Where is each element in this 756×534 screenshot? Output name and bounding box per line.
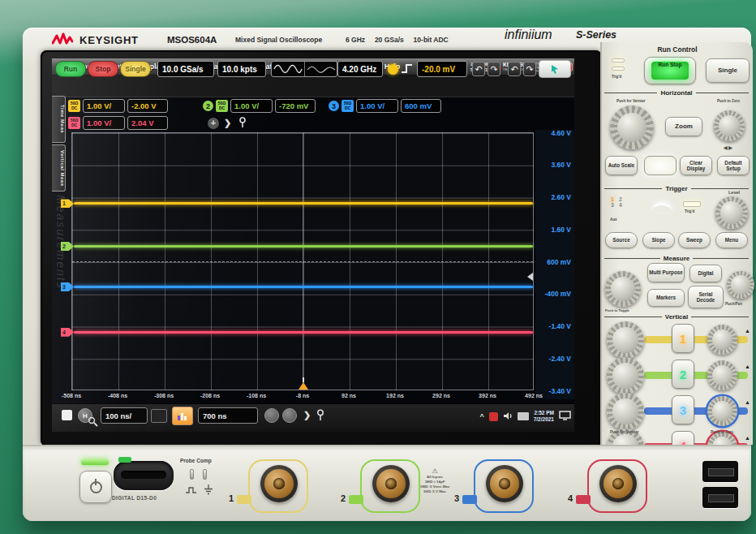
channel-4-offset-field[interactable]: 2.04 V: [127, 116, 168, 130]
system-tray: ^ 2:52 PM 7/2/2021: [479, 409, 571, 424]
source-button[interactable]: Source: [605, 232, 638, 248]
ground-marker-channel-4[interactable]: 4: [61, 328, 74, 337]
channel-3-icon[interactable]: 3: [329, 101, 339, 111]
bandwidth-field[interactable]: 4.20 GHz: [337, 61, 383, 77]
auto-scale-button[interactable]: Auto Scale: [605, 156, 638, 175]
touch-button-panel[interactable]: [644, 156, 677, 175]
run-button[interactable]: Run: [55, 61, 86, 77]
bnc-input-channel-3[interactable]: 3: [474, 459, 534, 513]
tray-app-icon[interactable]: [489, 412, 498, 421]
channel-4-coupling-badge[interactable]: 50ΩDC: [68, 117, 80, 129]
markers-button[interactable]: Markers: [647, 289, 685, 307]
channel-2-icon[interactable]: 2: [203, 101, 213, 111]
voltage-axis: 4.60 V3.60 V2.60 V1.60 V600 mV-400 mV-1.…: [535, 130, 574, 399]
taskbar-clock[interactable]: 2:52 PM 7/2/2021: [534, 410, 554, 423]
run-stop-button[interactable]: Run Stop: [644, 57, 696, 84]
tab-time-meas[interactable]: Time Meas: [52, 96, 66, 143]
channel-1-coupling-badge[interactable]: 50ΩDC: [68, 100, 80, 112]
show-desktop-icon[interactable]: [559, 409, 571, 424]
ground-marker-channel-3[interactable]: 3: [61, 282, 74, 291]
probe-comp-output-pin[interactable]: [190, 469, 194, 480]
channel-4-scale-field[interactable]: 1.00 V/: [83, 116, 125, 130]
trace-channel-3: [74, 286, 533, 288]
power-button[interactable]: [79, 471, 112, 503]
trigger-time-marker[interactable]: [299, 382, 308, 390]
sample-rate-field[interactable]: 10.0 GSa/s: [157, 61, 214, 77]
channel-2-scale-field[interactable]: 1.00 V/: [230, 99, 273, 113]
timebase-window-button[interactable]: [172, 407, 193, 425]
pin-icon[interactable]: [238, 117, 247, 131]
expand-icon[interactable]: ❯: [224, 118, 231, 128]
zoom-button[interactable]: Zoom: [665, 117, 702, 136]
timebase-scale-field[interactable]: 100 ns/: [101, 407, 148, 424]
bnc-input-channel-2[interactable]: 2: [360, 459, 420, 513]
marker-a-icon[interactable]: [264, 408, 279, 423]
tray-chevron-icon[interactable]: ^: [479, 412, 483, 420]
redo-icon[interactable]: ↷: [488, 62, 500, 76]
single-button[interactable]: Single: [120, 61, 151, 77]
ground-marker-channel-1[interactable]: 1: [61, 199, 74, 208]
horizontal-delay-knob[interactable]: [714, 110, 745, 141]
measure-left-knob[interactable]: [605, 271, 641, 307]
pin-icon[interactable]: [316, 409, 324, 424]
horizontal-scale-knob[interactable]: [610, 106, 654, 149]
waveform-preview[interactable]: [271, 61, 337, 77]
marker-b-icon[interactable]: [282, 408, 297, 423]
channel-3-enable-button[interactable]: 3: [672, 395, 694, 424]
serial-decode-button[interactable]: Serial Decode: [688, 286, 724, 308]
default-setup-button[interactable]: Default Setup: [717, 156, 750, 175]
history-back-icon[interactable]: ↶: [508, 62, 521, 76]
trigger-source-icon[interactable]: [388, 64, 398, 75]
clear-display-button[interactable]: Clear Display: [680, 156, 712, 175]
channel-1-enable-button[interactable]: 1: [672, 324, 694, 353]
tray-display-icon[interactable]: [518, 412, 529, 420]
memory-depth-field[interactable]: 10.0 kpts: [217, 61, 266, 77]
window-icon[interactable]: [62, 410, 72, 420]
channel-1-offset-field[interactable]: -2.00 V: [127, 99, 168, 113]
channel-2-offset-field[interactable]: -720 mV: [275, 99, 316, 113]
add-waveform-icon[interactable]: +: [208, 118, 219, 129]
history-forward-icon[interactable]: ↷: [523, 62, 536, 76]
channel-2-enable-button[interactable]: 2: [672, 360, 694, 389]
channel-3-offset-knob[interactable]: [707, 396, 737, 426]
waveform-graticule[interactable]: 1234: [71, 132, 534, 390]
channel-3-scale-field[interactable]: 1.00 V/: [356, 99, 398, 113]
single-button-panel[interactable]: Single: [706, 58, 750, 83]
sweep-button[interactable]: Sweep: [678, 232, 711, 248]
stop-button[interactable]: Stop: [88, 61, 118, 77]
channel-2-scale-knob[interactable]: [607, 357, 644, 394]
expand-icon[interactable]: ❯: [303, 410, 311, 420]
digital-probe-slot[interactable]: [114, 461, 174, 490]
channel-1-scale-field[interactable]: 1.00 V/: [83, 99, 125, 113]
speaker-icon[interactable]: [503, 409, 513, 424]
trace-channel-1: [74, 202, 533, 205]
channel-3-scale-knob[interactable]: [607, 393, 644, 430]
display-mode-icon[interactable]: [151, 409, 167, 423]
channel-3-coupling-badge[interactable]: 50ΩDC: [341, 100, 354, 112]
trigger-level-field[interactable]: -20.0 mV: [417, 61, 467, 77]
trigd-indicator-led: [683, 201, 701, 207]
trigger-level-knob[interactable]: [715, 196, 748, 229]
bnc-input-channel-1[interactable]: 1: [248, 459, 308, 513]
channel-2-coupling-badge[interactable]: 50ΩDC: [216, 100, 228, 112]
usb-port-1[interactable]: [702, 461, 738, 482]
slope-button[interactable]: Slope: [642, 232, 675, 248]
probe-comp-ground-pin[interactable]: [203, 469, 207, 480]
channel-2-offset-knob[interactable]: [707, 360, 737, 390]
edge-trigger-icon[interactable]: [401, 62, 414, 78]
timebase-delay-field[interactable]: 700 ns: [198, 407, 258, 424]
undo-icon[interactable]: ↶: [472, 62, 485, 76]
channel-1-offset-knob[interactable]: [707, 325, 737, 355]
measure-right-knob[interactable]: [727, 271, 754, 299]
trigger-level-marker[interactable]: [527, 273, 533, 281]
menu-button[interactable]: Menu: [715, 232, 748, 248]
touch-button[interactable]: [539, 60, 571, 78]
usb-port-2[interactable]: [702, 487, 738, 508]
bnc-input-channel-4[interactable]: 4: [587, 459, 647, 513]
channel-1-scale-knob[interactable]: [607, 321, 644, 359]
digital-button[interactable]: Digital: [689, 265, 722, 282]
ground-marker-channel-2[interactable]: 2: [61, 242, 74, 251]
tab-vertical-meas[interactable]: Vertical Meas: [52, 144, 66, 192]
channel-3-offset-field[interactable]: 600 mV: [401, 99, 441, 113]
multi-purpose-button[interactable]: Multi Purpose: [647, 263, 685, 282]
